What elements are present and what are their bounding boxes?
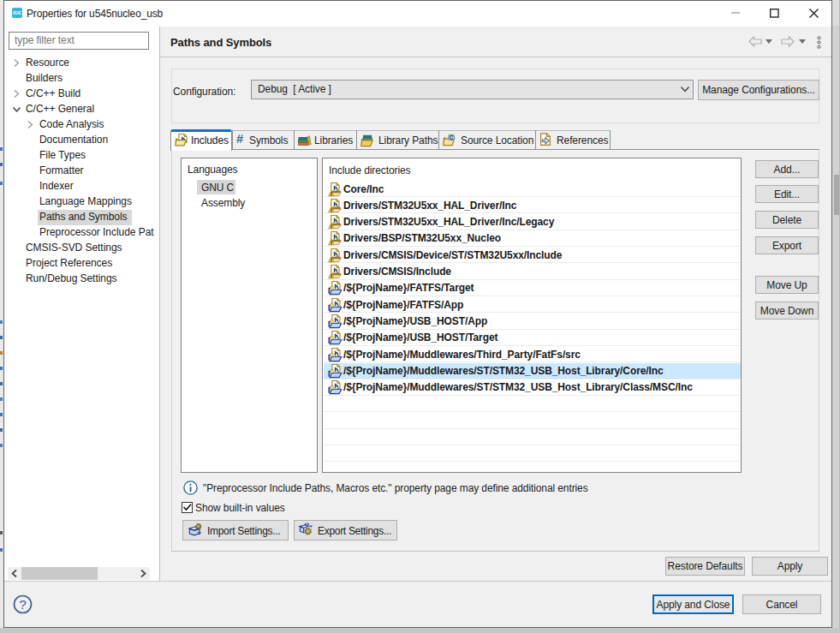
svg-text:?: ? [19,597,27,612]
svg-text:C: C [450,134,454,140]
